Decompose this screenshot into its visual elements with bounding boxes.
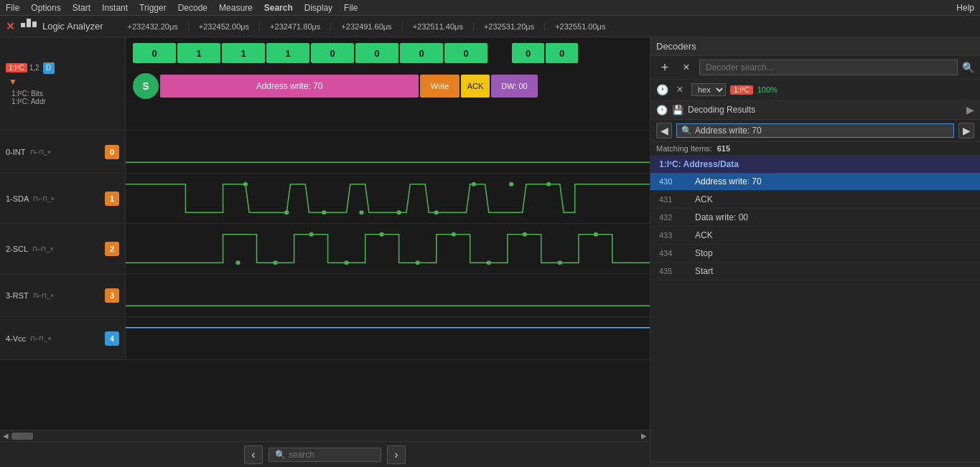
svg-rect-1: [27, 19, 31, 27]
results-table[interactable]: 1:I²C: Address/Data 430 Address write: 7…: [650, 156, 980, 461]
ch0int-wave[interactable]: [126, 131, 650, 173]
ch0int-waveform-icon: ⊓⌐⊓_×: [30, 148, 52, 156]
scrollbar-thumb[interactable]: [11, 433, 33, 440]
ch3rst-waveform-icon: ⊓⌐⊓_×: [33, 292, 55, 299]
results-save-icon[interactable]: 💾: [672, 105, 683, 115]
menu-display[interactable]: Display: [299, 1, 338, 14]
svg-point-22: [594, 232, 598, 237]
dw-cell: DW: 00: [491, 75, 538, 98]
d-badge: D: [43, 62, 55, 74]
svg-rect-0: [21, 23, 25, 27]
result-row-431[interactable]: 431 ACK: [650, 191, 980, 209]
ch0int-label: 0-INT ⊓⌐⊓_× 0: [0, 131, 126, 173]
add-decoder-button[interactable]: +: [656, 59, 673, 76]
results-search-input[interactable]: [695, 126, 949, 136]
menu-instant[interactable]: Instant: [96, 1, 134, 14]
decoder-wave-content: 0 1 1 1 0 0 0 0 0 0 S: [126, 37, 650, 130]
ch2scl-label: 2-SCL ⊓⌐⊓_× 2: [0, 224, 126, 273]
menubar: File Options Start Instant Trigger Decod…: [0, 0, 980, 16]
svg-point-7: [397, 210, 401, 214]
scrollbar-right-arrow[interactable]: ▶: [641, 432, 647, 440]
results-prev-button[interactable]: ◀: [656, 123, 672, 138]
menu-options[interactable]: Options: [25, 1, 66, 14]
decoder-format-select[interactable]: hex: [691, 83, 726, 96]
ts-0: +232432.20μs: [118, 22, 189, 31]
ch4vcc-waveform-icon: ⊓⌐⊓_×: [30, 335, 52, 342]
close-decoder-item-button[interactable]: ×: [673, 82, 687, 97]
menu-help[interactable]: Help: [951, 1, 980, 14]
decoder-channel-label: 1:I²C 1,2 D ▼ 1:I²C: Bits 1:I²C: Addr: [0, 37, 126, 130]
bottom-search-bar: ‹ 🔍 ›: [0, 441, 650, 467]
scrollbar-left-arrow[interactable]: ◀: [3, 432, 9, 440]
menu-file[interactable]: File: [0, 1, 25, 14]
result-num-433: 433: [659, 231, 695, 240]
decoder-add-row: + × 🔍: [650, 56, 980, 80]
bottom-next-button[interactable]: ›: [387, 445, 406, 464]
ch2scl-wave[interactable]: [126, 224, 650, 273]
svg-point-15: [345, 260, 349, 265]
bit-1b: 1: [222, 43, 265, 63]
ch3rst-label: 3-RST ⊓⌐⊓_× 3: [0, 274, 126, 316]
menu-trigger[interactable]: Trigger: [134, 1, 172, 14]
ch4vcc-label: 4-Vcc ⊓⌐⊓_× 4: [0, 317, 126, 359]
result-row-434[interactable]: 434 Stop: [650, 245, 980, 263]
bottom-prev-button[interactable]: ‹: [244, 445, 263, 464]
result-row-435[interactable]: 435 Start: [650, 263, 980, 280]
decoder-item-row: 🕐 × hex 1:I²C 100%: [650, 80, 980, 100]
results-export-icon[interactable]: ▶: [966, 104, 974, 115]
menu-decode[interactable]: Decode: [172, 1, 213, 14]
results-scrollbar[interactable]: [650, 461, 980, 467]
channels-scroll[interactable]: 1:I²C 1,2 D ▼ 1:I²C: Bits 1:I²C: Addr: [0, 37, 650, 430]
results-header: 🕐 💾 Decoding Results ▶: [650, 100, 980, 120]
h-scrollbar[interactable]: ◀ ▶: [0, 430, 650, 441]
result-row-432[interactable]: 432 Data write: 00: [650, 209, 980, 227]
ch1sda-waveform-icon: ⊓⌐⊓_×: [33, 195, 55, 202]
ch12-label: 1,2: [29, 64, 39, 72]
result-num-434: 434: [659, 249, 695, 258]
channel-row-2scl: 2-SCL ⊓⌐⊓_× 2: [0, 224, 650, 274]
ch4vcc-wave[interactable]: [126, 317, 650, 359]
waveform-panel: 1:I²C 1,2 D ▼ 1:I²C: Bits 1:I²C: Addr: [0, 37, 650, 467]
decoders-header: Decoders: [650, 37, 980, 56]
bottom-search-box: 🔍: [269, 448, 381, 462]
decoder-search-input[interactable]: [699, 60, 958, 75]
close-button[interactable]: ✕: [6, 20, 15, 33]
result-num-430: 430: [659, 177, 695, 186]
titlebar: ✕ Logic Analyzer +232432.20μs +232452.00…: [0, 16, 980, 37]
addr-write-cell: Address write: 70: [160, 75, 419, 98]
result-num-431: 431: [659, 195, 695, 204]
app-title: Logic Analyzer: [42, 21, 103, 32]
result-row-430[interactable]: 430 Address write: 70: [650, 173, 980, 191]
ch2scl-waveform-icon: ⊓⌐⊓_×: [32, 245, 54, 253]
menu-file2[interactable]: File: [338, 1, 363, 14]
bottom-search-icon: 🔍: [275, 450, 286, 460]
results-nav-row: ◀ 🔍 ▶: [650, 120, 980, 142]
ch1sda-badge: 1: [105, 192, 119, 206]
close-decoder-search-button[interactable]: ×: [678, 59, 695, 76]
ch1sda-wave[interactable]: [126, 174, 650, 223]
channel-row-0int: 0-INT ⊓⌐⊓_× 0: [0, 131, 650, 174]
menu-measure[interactable]: Measure: [213, 1, 258, 14]
results-clock-icon: 🕐: [656, 105, 668, 115]
menu-start[interactable]: Start: [67, 1, 96, 14]
triangle-icon: ▼: [9, 77, 17, 87]
bit-1c: 1: [266, 43, 309, 63]
addr-sublabel: 1:I²C: Addr: [11, 98, 119, 105]
result-val-430: Address write: 70: [695, 176, 971, 187]
result-row-433[interactable]: 433 ACK: [650, 227, 980, 245]
svg-point-3: [243, 182, 248, 187]
ch0int-badge: 0: [105, 145, 119, 159]
menu-search[interactable]: Search: [258, 1, 299, 14]
channel-row-4vcc: 4-Vcc ⊓⌐⊓_× 4: [0, 317, 650, 360]
svg-point-20: [523, 232, 527, 237]
decoder-channel-row: 1:I²C 1,2 D ▼ 1:I²C: Bits 1:I²C: Addr: [0, 37, 650, 131]
svg-point-18: [452, 232, 456, 237]
clock-icon: 🕐: [656, 84, 668, 95]
results-title: Decoding Results: [688, 105, 962, 115]
result-num-435: 435: [659, 267, 695, 275]
bit-0b: 0: [311, 43, 354, 63]
bottom-search-input[interactable]: [289, 450, 375, 460]
results-next-button[interactable]: ▶: [958, 123, 974, 138]
ch3rst-wave[interactable]: [126, 274, 650, 316]
ts-4: +232511.40μs: [403, 22, 474, 31]
